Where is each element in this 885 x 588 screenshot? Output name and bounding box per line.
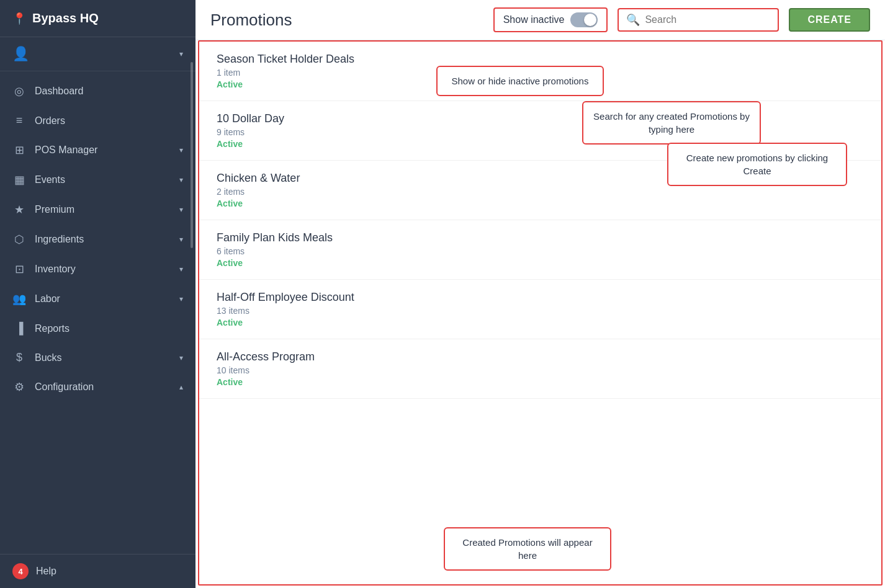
sidebar-item-reports[interactable]: ▐ Reports [0,314,195,343]
chevron-bucks-icon: ▾ [179,354,183,362]
promotion-count: 10 items [217,365,864,375]
chevron-ingredients-icon: ▾ [179,235,183,244]
inventory-icon: ⊡ [12,262,26,276]
sidebar-item-label-configuration: Configuration [35,381,94,393]
list-item[interactable]: All-Access Program 10 items Active [199,339,881,399]
pos-manager-icon: ⊞ [12,143,26,157]
sidebar-item-labor[interactable]: 👥 Labor ▾ [0,284,195,314]
promotion-count: 13 items [217,306,864,316]
sidebar-item-configuration[interactable]: ⚙ Configuration ▴ [0,372,195,402]
list-item[interactable]: Half-Off Employee Discount 13 items Acti… [199,280,881,339]
sidebar-item-label-dashboard: Dashboard [35,86,83,97]
brand: 📍 Bypass HQ [0,0,195,37]
brand-icon: 📍 [12,12,26,25]
promotion-count: 1 item [217,68,864,78]
user-chevron-icon: ▾ [179,50,183,58]
sidebar-item-ingredients[interactable]: ⬡ Ingredients ▾ [0,225,195,254]
orders-icon: ≡ [12,114,26,127]
promotion-status: Active [217,258,864,268]
inactive-toggle[interactable] [570,12,598,27]
chevron-labor-icon: ▾ [179,295,183,303]
promotion-status: Active [217,139,864,149]
chevron-events-icon: ▾ [179,176,183,184]
search-icon: 🔍 [626,13,640,27]
promotion-count: 9 items [217,127,864,137]
chevron-pos-manager-icon: ▾ [179,146,183,154]
search-box: 🔍 [618,8,779,32]
dashboard-icon: ◎ [12,84,26,98]
promotion-name: All-Access Program [217,350,864,363]
promotion-name: Season Ticket Holder Deals [217,53,864,66]
sidebar-item-label-labor: Labor [35,293,60,305]
sidebar: 📍 Bypass HQ 👤 ▾ ◎ Dashboard ≡ Orders ⊞ P… [0,0,195,588]
chevron-inventory-icon: ▾ [179,265,183,274]
sidebar-item-premium[interactable]: ★ Premium ▾ [0,195,195,225]
brand-name: Bypass HQ [32,11,99,25]
sidebar-item-dashboard[interactable]: ◎ Dashboard [0,76,195,106]
sidebar-item-events[interactable]: ▦ Events ▾ [0,165,195,195]
chevron-premium-icon: ▾ [179,205,183,214]
show-inactive-control[interactable]: Show inactive [493,7,608,32]
sidebar-item-label-bucks: Bucks [35,352,62,363]
promotion-status: Active [217,79,864,89]
user-icon: 👤 [12,46,29,62]
show-inactive-label: Show inactive [503,14,565,25]
toggle-knob [584,14,596,26]
promotion-name: 10 Dollar Day [217,112,864,125]
sidebar-item-bucks[interactable]: $ Bucks ▾ [0,343,195,372]
help-item[interactable]: 4 Help [0,554,195,588]
configuration-icon: ⚙ [12,380,26,394]
promotion-count: 2 items [217,187,864,197]
sidebar-item-label-orders: Orders [35,115,65,127]
sidebar-item-label-reports: Reports [35,323,70,334]
search-input[interactable] [645,14,770,25]
sidebar-item-label-events: Events [35,174,65,185]
premium-icon: ★ [12,203,26,216]
promotion-name: Family Plan Kids Meals [217,231,864,244]
promotion-name: Chicken & Water [217,172,864,185]
create-button[interactable]: CREATE [789,8,870,32]
sidebar-item-pos-manager[interactable]: ⊞ POS Manager ▾ [0,135,195,165]
labor-icon: 👥 [12,292,26,306]
user-menu[interactable]: 👤 ▾ [0,37,195,71]
sidebar-item-orders[interactable]: ≡ Orders [0,106,195,135]
help-badge: 4 [12,563,29,579]
promotion-count: 6 items [217,246,864,256]
main-content: Promotions Show inactive 🔍 CREATE Season… [195,0,885,588]
sidebar-item-label-ingredients: Ingredients [35,234,84,245]
sidebar-item-label-pos-manager: POS Manager [35,145,97,156]
sidebar-item-label-inventory: Inventory [35,264,76,275]
sidebar-nav: ◎ Dashboard ≡ Orders ⊞ POS Manager ▾ ▦ E… [0,71,195,554]
topbar: Promotions Show inactive 🔍 CREATE [195,0,885,40]
help-label: Help [36,566,56,577]
list-item[interactable]: 10 Dollar Day 9 items Active [199,101,881,161]
promotion-name: Half-Off Employee Discount [217,291,864,304]
reports-icon: ▐ [12,322,26,335]
ingredients-icon: ⬡ [12,233,26,246]
promotion-status: Active [217,198,864,208]
promotion-status: Active [217,318,864,327]
bucks-icon: $ [12,351,26,364]
chevron-configuration-icon: ▴ [179,383,183,391]
events-icon: ▦ [12,173,26,187]
sidebar-item-label-premium: Premium [35,204,74,215]
list-item[interactable]: Season Ticket Holder Deals 1 item Active [199,42,881,101]
list-item[interactable]: Chicken & Water 2 items Active [199,161,881,220]
sidebar-item-inventory[interactable]: ⊡ Inventory ▾ [0,254,195,284]
promotions-list: Season Ticket Holder Deals 1 item Active… [198,40,883,586]
page-title: Promotions [210,11,483,30]
list-item[interactable]: Family Plan Kids Meals 6 items Active [199,220,881,280]
promotion-status: Active [217,377,864,387]
